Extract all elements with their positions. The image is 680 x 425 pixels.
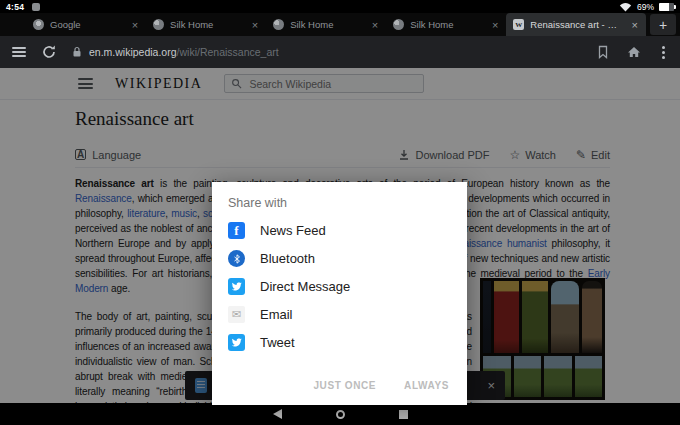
- home-button[interactable]: [336, 410, 345, 419]
- facebook-icon: f: [228, 222, 245, 239]
- battery-icon: [659, 3, 674, 11]
- share-target-news-feed[interactable]: fNews Feed: [228, 222, 451, 239]
- share-target-direct-message[interactable]: Direct Message: [228, 278, 451, 295]
- url-domain: en.m.wikipedia.org: [89, 46, 177, 58]
- tab-title: Silk Home: [290, 19, 365, 30]
- share-target-label: News Feed: [260, 223, 326, 238]
- just-once-button[interactable]: JUST ONCE: [313, 380, 376, 391]
- share-target-label: Email: [260, 307, 293, 322]
- browser-tab[interactable]: Silk Home×: [386, 13, 506, 36]
- status-bar: 4:54 69%: [0, 0, 680, 13]
- tab-strip: Google×Silk Home×Silk Home×Silk Home×WRe…: [0, 13, 680, 36]
- browser-menu-icon[interactable]: [12, 47, 26, 57]
- browser-tab[interactable]: WRenaissance art - Wikipedia×: [506, 13, 646, 36]
- silk-favicon: [273, 19, 284, 30]
- browser-tab[interactable]: Silk Home×: [266, 13, 386, 36]
- tab-close-icon[interactable]: ×: [371, 19, 379, 31]
- back-button[interactable]: [273, 409, 282, 419]
- tab-title: Renaissance art - Wikipedia: [530, 19, 624, 30]
- bluetooth-icon: [228, 250, 245, 267]
- overflow-menu-icon[interactable]: [659, 46, 668, 59]
- twitter-icon: [228, 334, 245, 351]
- bookmark-icon[interactable]: [597, 45, 609, 59]
- tab-title: Silk Home: [170, 19, 245, 30]
- wifi-icon: [619, 2, 632, 12]
- silk-favicon: [153, 19, 164, 30]
- tablet-screen: 4:54 69% Google×Silk Home×Silk Home×Silk…: [0, 0, 680, 425]
- silk-favicon: [393, 19, 404, 30]
- clock: 4:54: [6, 2, 24, 12]
- share-target-tweet[interactable]: Tweet: [228, 334, 451, 351]
- twitter-icon: [228, 278, 245, 295]
- browser-toolbar: en.m.wikipedia.org/wiki/Renaissance_art: [0, 36, 680, 68]
- tab-close-icon[interactable]: ×: [491, 19, 499, 31]
- tab-title: Google: [50, 19, 125, 30]
- globe-favicon: [33, 19, 44, 30]
- share-target-list: fNews FeedBluetoothDirect Message✉EmailT…: [228, 222, 451, 351]
- tab-close-icon[interactable]: ×: [631, 19, 639, 31]
- always-button[interactable]: ALWAYS: [404, 380, 449, 391]
- notification-icon: [32, 3, 40, 11]
- share-dialog-buttons: JUST ONCEALWAYS: [228, 374, 451, 395]
- battery-percent: 69%: [637, 2, 654, 12]
- home-icon[interactable]: [627, 46, 641, 58]
- tab-strip-tabs: Google×Silk Home×Silk Home×Silk Home×WRe…: [26, 13, 646, 36]
- share-target-label: Bluetooth: [260, 251, 315, 266]
- share-dialog-title: Share with: [228, 196, 451, 210]
- browser-tab[interactable]: Silk Home×: [146, 13, 266, 36]
- url-path: /wiki/Renaissance_art: [177, 46, 279, 58]
- share-dialog: Share with fNews FeedBluetoothDirect Mes…: [212, 182, 467, 405]
- share-target-bluetooth[interactable]: Bluetooth: [228, 250, 451, 267]
- android-nav-bar: [0, 403, 680, 425]
- share-target-email[interactable]: ✉Email: [228, 306, 451, 323]
- browser-tab[interactable]: Google×: [26, 13, 146, 36]
- new-tab-button[interactable]: +: [650, 14, 676, 35]
- share-target-label: Tweet: [260, 335, 295, 350]
- share-target-label: Direct Message: [260, 279, 350, 294]
- reload-icon[interactable]: [42, 45, 56, 59]
- lock-icon: [72, 46, 82, 58]
- address-bar[interactable]: en.m.wikipedia.org/wiki/Renaissance_art: [72, 46, 581, 58]
- email-icon: ✉: [228, 306, 245, 323]
- tab-close-icon[interactable]: ×: [251, 19, 259, 31]
- tab-title: Silk Home: [410, 19, 485, 30]
- recents-button[interactable]: [399, 410, 408, 419]
- tab-close-icon[interactable]: ×: [131, 19, 139, 31]
- wikipedia-favicon: W: [513, 19, 524, 30]
